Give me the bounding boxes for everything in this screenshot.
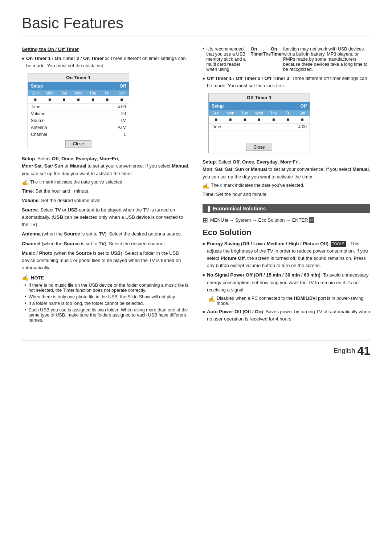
right-column: It is recommended that you use a USB mem… bbox=[203, 47, 370, 326]
section-heading-timer: Setting the On / Off Timer bbox=[22, 47, 189, 52]
c-mark-note-right: ✍ The c mark indicates the date you've s… bbox=[203, 183, 370, 189]
page-footer: English 41 bbox=[22, 340, 370, 358]
c-mark-note-left: ✍ The c mark indicates the date you've s… bbox=[22, 180, 189, 186]
on-timer-box: On Timer 1 Setup Off Sun Mon Tue Wed Thu… bbox=[28, 73, 129, 150]
volume-description: Volume: Set the desired volume level. bbox=[22, 197, 189, 204]
on-timer-days-row: Sun Mon Tue Wed Thu Fri Sat bbox=[28, 90, 129, 96]
on-timer-off-label: Off bbox=[120, 84, 126, 89]
note-section: ✍ NOTE If there is no music file on the … bbox=[22, 274, 189, 323]
note-bullet-2: When there is only one photo file in the… bbox=[22, 294, 189, 299]
on-timer-channel-row: Channel1 bbox=[28, 131, 129, 138]
page-title: Basic Features bbox=[22, 15, 370, 36]
on-timer-close-button[interactable]: Close bbox=[65, 140, 92, 148]
economical-solutions-section: ▐ Economical Solutions ⊞ MENU ▦ → System… bbox=[203, 204, 370, 224]
on-timer-box-title: On Timer 1 bbox=[28, 73, 129, 82]
off-timer-close-button[interactable]: Close bbox=[246, 144, 273, 151]
no-signal-sub-note: ✍ Disabled when a PC connected to the HD… bbox=[203, 296, 370, 306]
energy-saving-bullet: Energy Saving (Off / Low / Medium / High… bbox=[203, 240, 370, 270]
off-timer-close-row: Close bbox=[209, 141, 310, 153]
page-number: 41 bbox=[357, 344, 370, 358]
off-timer-checkboxes-row: ■ ■ ■ ■ ■ ■ ■ bbox=[209, 116, 310, 124]
no-signal-bullet: No-Signal Power Off (Off / 15 min / 30 m… bbox=[203, 271, 370, 293]
music-photo-description: Music / Photo (when the Source is set to… bbox=[22, 250, 189, 271]
off-timer-setup-label: Setup bbox=[212, 104, 224, 109]
eco-solution-title: Eco Solution bbox=[203, 228, 370, 237]
off-timer-off-label: Off bbox=[301, 104, 307, 109]
on-timer-close-row: Close bbox=[28, 138, 129, 150]
setup-text-right: Setup: Select Off, Once, Everyday, Mon~F… bbox=[203, 158, 370, 180]
note-bullet-3: If a folder name is too long, the folder… bbox=[22, 301, 189, 306]
menu-icon: ⊞ bbox=[203, 216, 208, 224]
on-timer-setup-row: Setup Off bbox=[28, 82, 129, 90]
off-timer-days-row: Sun Mon Tue Wed Thu Fri Sat bbox=[209, 110, 310, 116]
left-column: Setting the On / Off Timer On Timer 1 / … bbox=[22, 47, 189, 326]
off-timer-setup-row: Setup Off bbox=[209, 102, 310, 110]
page-language: English bbox=[334, 347, 355, 355]
eco-bar-icon: ▐ bbox=[206, 206, 210, 211]
time-description: Time: Set the hour and minute. bbox=[22, 188, 189, 195]
auto-power-off-bullet: Auto Power Off (Off / On): Saves power b… bbox=[203, 308, 370, 323]
on-timer-setup-label: Setup bbox=[31, 84, 43, 89]
main-content: Setting the On / Off Timer On Timer 1 / … bbox=[22, 47, 370, 326]
time-description-right: Time: Set the hour and minute. bbox=[203, 191, 370, 198]
off-timer-box-title: Off Timer 1 bbox=[209, 93, 310, 102]
source-description: Source: Select TV or USB content to be p… bbox=[22, 206, 189, 228]
off-timer-bullet: Off Timer 1 / Off Timer 2 / Off Timer 3:… bbox=[203, 75, 370, 89]
eco-solutions-heading: ▐ Economical Solutions bbox=[203, 204, 370, 213]
setup-text-left: Setup: Select Off, Once, Everyday, Mon~F… bbox=[22, 155, 189, 177]
on-timer-antenna-row: AntennaATV bbox=[28, 124, 129, 131]
note-bullet-1: If there is no music file on the USB dev… bbox=[22, 283, 189, 293]
note-bullet-4: Each USB you use is assigned its own fol… bbox=[22, 307, 189, 323]
on-timer-checkboxes-row: ■ ■ ■ ■ ■ ■ ■ bbox=[28, 96, 129, 104]
on-timer-source-row: SourceTV bbox=[28, 117, 129, 124]
channel-description: Channel (when the Source is set to TV): … bbox=[22, 240, 189, 247]
off-timer-time-row: Time4:00 bbox=[209, 124, 310, 130]
on-timer-volume-row: Volume20 bbox=[28, 110, 129, 117]
note-header: ✍ NOTE bbox=[22, 274, 189, 281]
on-timer-time-row: Time4:00 bbox=[28, 104, 129, 110]
usb-recommendation: It is recommended that you use a USB mem… bbox=[203, 47, 370, 72]
off-timer-box: Off Timer 1 Setup Off Sun Mon Tue Wed Th… bbox=[208, 93, 310, 153]
antenna-description: Antenna (when the Source is set to TV): … bbox=[22, 230, 189, 238]
on-timer-bullet: On Timer 1 / On Timer 2 / On Timer 3: Th… bbox=[22, 55, 189, 69]
menu-navigation-line: ⊞ MENU ▦ → System → Eco Solution → ENTER… bbox=[203, 216, 370, 224]
